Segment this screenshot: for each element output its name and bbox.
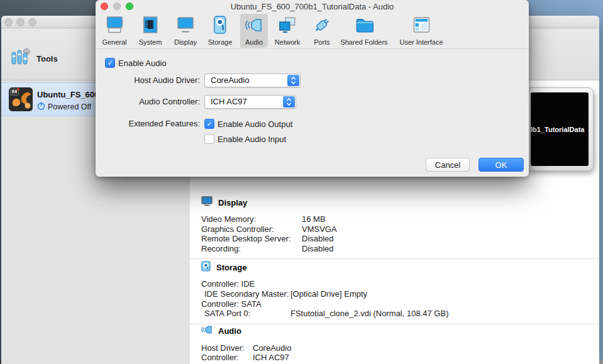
tools-label: Tools	[36, 54, 58, 63]
manager-zoom-button[interactable]	[28, 18, 36, 26]
host-audio-driver-select[interactable]: CoreAudio	[204, 74, 301, 87]
tab-shared-folders[interactable]: Shared Folders	[336, 14, 391, 48]
enable-audio-checkbox[interactable]: ✓	[105, 58, 115, 68]
tools-icon	[9, 47, 30, 70]
details-section-storage: Storage Controller: IDE IDE Secondary Ma…	[190, 259, 599, 324]
dialog-titlebar: Ubuntu_FS_600_700b1_TutorialData - Audio	[96, 0, 529, 13]
enable-audio-label[interactable]: Enable Audio	[118, 58, 167, 68]
storage-section-header[interactable]: Storage	[201, 262, 592, 272]
stepper-arrows-icon	[283, 96, 295, 108]
stepper-arrows-icon	[287, 75, 299, 86]
display-icon	[201, 196, 213, 209]
shared-folders-icon	[354, 15, 374, 38]
vm-status: Powered Off	[37, 102, 91, 112]
general-icon	[104, 15, 124, 38]
details-section-display: Display Video Memory:16 MB Graphics Cont…	[190, 194, 599, 259]
display-section-header[interactable]: Display	[201, 197, 592, 207]
tab-user-interface[interactable]: User Interface	[396, 14, 446, 48]
audio-section-header[interactable]: Audio	[201, 326, 592, 336]
details-row: IDE Secondary Master:[Optical Drive] Emp…	[201, 289, 592, 299]
enable-audio-input-label[interactable]: Enable Audio Input	[218, 135, 286, 144]
enable-audio-output-label[interactable]: Enable Audio Output	[218, 119, 292, 129]
vm-status-text: Powered Off	[48, 102, 91, 111]
details-section-audio: Audio Host Driver:CoreAudio Controller:I…	[190, 324, 599, 364]
storage-tab-icon	[210, 15, 230, 38]
audio-icon	[201, 325, 213, 337]
details-row: Video Memory:16 MB	[201, 214, 592, 224]
extended-features-label: Extended Features:	[96, 117, 200, 131]
enable-audio-input-checkbox[interactable]	[204, 134, 214, 144]
power-icon	[37, 102, 45, 112]
details-row: Controller:ICH AC97	[201, 353, 592, 363]
audio-tab-icon	[244, 15, 264, 38]
host-audio-driver-label: Host Audio Driver:	[96, 74, 200, 87]
details-row: Host Driver:CoreAudio	[201, 343, 592, 353]
manager-close-button[interactable]	[4, 18, 13, 26]
dialog-title: Ubuntu_FS_600_700b1_TutorialData - Audio	[96, 2, 529, 11]
manager-minimize-button[interactable]	[16, 18, 25, 26]
network-tab-icon	[277, 15, 297, 38]
audio-controller-label: Audio Controller:	[96, 95, 200, 109]
desktop: Tools 64 Ubuntu_FS_600	[0, 0, 603, 364]
vm-os-icon: 64	[9, 87, 33, 111]
ok-button[interactable]: OK	[479, 158, 524, 172]
tab-display[interactable]: Display	[170, 14, 201, 48]
details-row: Graphics Controller:VMSVGA	[201, 224, 592, 234]
vm-preview-label: 0b1_TutorialData	[531, 126, 584, 133]
details-row: Controller: IDE	[201, 279, 592, 289]
ports-icon	[312, 15, 332, 38]
sidebar-tools-item[interactable]: Tools	[9, 47, 58, 70]
details-row: Recording:Disabled	[201, 244, 592, 254]
tab-system[interactable]: System	[135, 14, 166, 48]
tab-audio[interactable]: Audio	[240, 14, 268, 48]
tab-network[interactable]: Network	[271, 14, 304, 48]
user-interface-icon	[411, 15, 431, 38]
details-row: SATA Port 0:FStutotial_clone_2.vdi (Norm…	[201, 309, 592, 319]
vm-preview-monitor[interactable]: 0b1_TutorialData	[526, 87, 594, 171]
display-tab-icon	[175, 15, 196, 38]
vm-64bit-badge: 64	[10, 89, 19, 96]
system-icon	[140, 15, 160, 38]
details-row: Controller: SATA	[201, 299, 592, 309]
enable-audio-output-checkbox[interactable]: ✓	[204, 119, 214, 129]
tab-storage[interactable]: Storage	[204, 14, 236, 48]
details-row: Remote Desktop Server:Disabled	[201, 234, 592, 244]
vm-name: Ubuntu_FS_600	[37, 90, 97, 99]
cancel-button[interactable]: Cancel	[426, 158, 470, 172]
tab-ports[interactable]: Ports	[308, 14, 336, 48]
audio-controller-select[interactable]: ICH AC97	[204, 95, 296, 109]
dialog-toolbar: General System	[96, 13, 529, 49]
vm-preview-screen: 0b1_TutorialData	[531, 92, 589, 166]
settings-dialog: Ubuntu_FS_600_700b1_TutorialData - Audio…	[96, 0, 529, 177]
tab-general[interactable]: General	[98, 14, 130, 48]
storage-icon	[201, 261, 211, 274]
